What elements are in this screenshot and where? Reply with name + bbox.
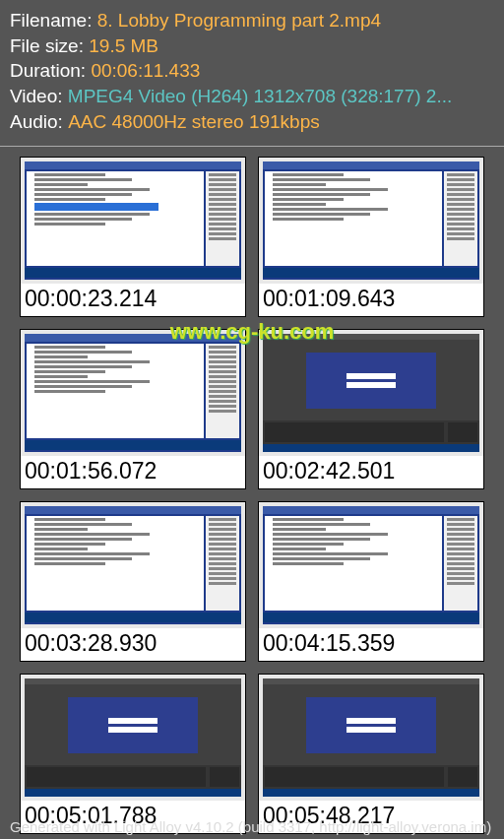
- filesize-value: 19.5 MB: [89, 33, 158, 59]
- thumbnail-image: [21, 330, 245, 456]
- footer-credit: Generated with Light Alloy v4.10.2 (buil…: [10, 818, 491, 835]
- thumbnail-image: [21, 675, 245, 801]
- thumbnail-timestamp: 00:02:42.501: [259, 456, 483, 488]
- divider: [0, 146, 504, 147]
- duration-value: 00:06:11.433: [91, 58, 200, 84]
- filesize-label: File size:: [10, 33, 89, 59]
- filename-value: 8. Lobby Programming part 2.mp4: [97, 8, 381, 33]
- thumbnail[interactable]: 00:01:09.643: [258, 157, 484, 317]
- thumbnail-image: [259, 158, 483, 284]
- thumbnail[interactable]: 00:02:42.501: [258, 329, 484, 489]
- audio-label: Audio:: [10, 109, 68, 135]
- thumbnail-image: [21, 502, 245, 628]
- thumbnail-image: [259, 502, 483, 628]
- thumbnail-timestamp: 00:01:09.643: [259, 284, 483, 316]
- file-metadata: Filename: 8. Lobby Programming part 2.mp…: [0, 0, 504, 146]
- thumbnail-timestamp: 00:01:56.072: [21, 456, 245, 488]
- audio-value: AAC 48000Hz stereo 191kbps: [68, 109, 320, 135]
- thumbnail-grid: 00:00:23.21400:01:09.64300:01:56.07200:0…: [0, 153, 504, 834]
- duration-label: Duration:: [10, 58, 91, 84]
- thumbnail-timestamp: 00:04:15.359: [259, 628, 483, 661]
- thumbnail[interactable]: 00:05:48.217: [258, 674, 484, 834]
- filename-label: Filename:: [10, 8, 97, 33]
- thumbnail[interactable]: 00:04:15.359: [258, 501, 484, 662]
- thumbnail[interactable]: 00:01:56.072: [20, 329, 246, 489]
- thumbnail-image: [21, 158, 245, 284]
- thumbnail-image: [259, 330, 483, 456]
- thumbnail-image: [259, 675, 483, 801]
- thumbnail[interactable]: 00:03:28.930: [20, 501, 246, 662]
- thumbnail-timestamp: 00:03:28.930: [21, 628, 245, 661]
- thumbnail[interactable]: 00:05:01.788: [20, 674, 246, 834]
- thumbnail-timestamp: 00:00:23.214: [21, 284, 245, 316]
- video-value: MPEG4 Video (H264) 1312x708 (328:177) 2.…: [68, 84, 452, 109]
- thumbnail[interactable]: 00:00:23.214: [20, 157, 246, 317]
- video-label: Video:: [10, 84, 68, 109]
